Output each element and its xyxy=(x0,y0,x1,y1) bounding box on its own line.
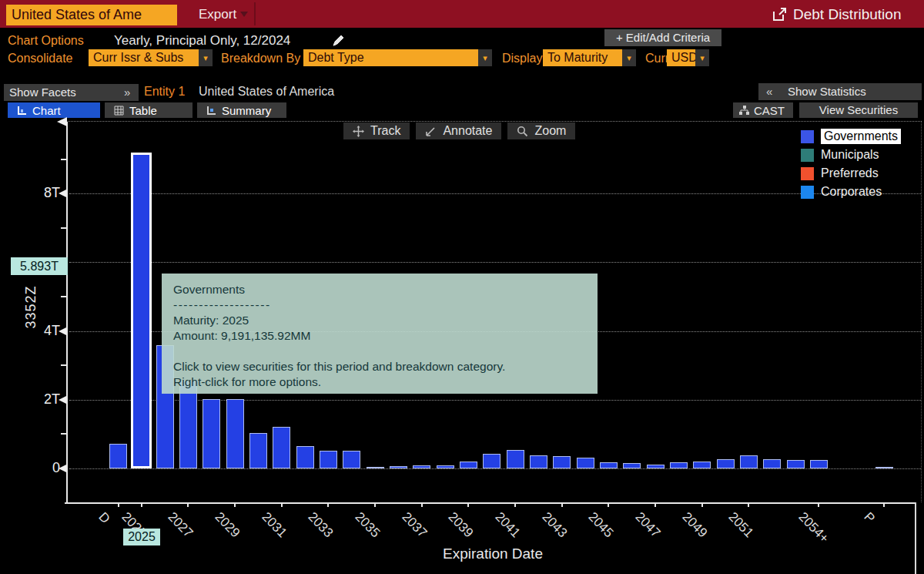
bar-2052[interactable] xyxy=(763,459,781,468)
bar-2039[interactable] xyxy=(460,462,477,468)
x-tick-2051 xyxy=(748,502,749,507)
x-tick-label-2041: 2041 xyxy=(492,509,524,541)
y-axis-id-label: 3352Z xyxy=(23,273,39,342)
x-tick-label-2051: 2051 xyxy=(725,509,757,541)
bar-2049[interactable] xyxy=(693,462,711,468)
y-tick-arrow-icon xyxy=(59,465,66,472)
bar-2054+[interactable] xyxy=(810,460,828,468)
bar-2042[interactable] xyxy=(530,455,547,468)
y-tick-label-2T: 2T xyxy=(29,391,60,408)
legend-item-municipals[interactable]: Municipals xyxy=(801,146,901,164)
x-tick-2047 xyxy=(654,502,656,507)
governments-swatch-icon xyxy=(801,130,814,143)
x-tick-label-2037: 2037 xyxy=(398,509,430,541)
legend-item-corporates[interactable]: Corporates xyxy=(801,183,901,201)
legend-label: Governments xyxy=(821,129,901,144)
bar-2028[interactable] xyxy=(203,399,220,468)
debt-distribution-screen: United States of Ame Export Debt Distrib… xyxy=(0,0,924,574)
bar-2032[interactable] xyxy=(296,446,314,468)
bar-2043[interactable] xyxy=(553,456,571,468)
legend-label: Municipals xyxy=(821,147,879,163)
bar-2040[interactable] xyxy=(483,454,500,468)
bar-2046[interactable] xyxy=(623,463,641,468)
bar-D[interactable] xyxy=(109,444,127,468)
bar-2030[interactable] xyxy=(249,433,267,468)
chart-tooltip: Governments ------------------- Maturity… xyxy=(162,274,598,394)
bar-2048[interactable] xyxy=(670,462,688,468)
bar-2053[interactable] xyxy=(787,460,805,468)
gridline-8T xyxy=(69,193,921,194)
x-tick-label-D: D xyxy=(95,509,112,527)
gridline-0T xyxy=(69,468,921,469)
legend-item-preferreds[interactable]: Preferreds xyxy=(801,164,901,183)
axis-right-end-line xyxy=(915,502,916,574)
y-minor-tick xyxy=(61,433,66,435)
tooltip-amount: Amount: 9,191,135.92MM xyxy=(173,328,586,344)
bar-2034[interactable] xyxy=(343,451,360,468)
x-tick-label-2049: 2049 xyxy=(678,509,710,541)
x-tick-2037 xyxy=(421,502,423,507)
bar-2027[interactable] xyxy=(179,381,197,468)
x-axis-line xyxy=(65,502,916,504)
tooltip-hint-2: Right-click for more options. xyxy=(173,374,586,390)
x-tick-label-2033: 2033 xyxy=(305,509,336,541)
tooltip-maturity: Maturity: 2025 xyxy=(173,313,586,328)
tracked-y-value-tag: 5.893T xyxy=(11,257,68,275)
municipals-swatch-icon xyxy=(801,149,814,162)
y-minor-tick xyxy=(61,227,66,229)
x-tick-label-2039: 2039 xyxy=(445,509,477,541)
x-tick-label-2043: 2043 xyxy=(538,509,570,541)
x-tick-label-2054+: 2054+ xyxy=(795,509,832,546)
x-tick-2043 xyxy=(561,502,563,507)
bar-2033[interactable] xyxy=(320,451,337,468)
x-tick-2027 xyxy=(187,502,189,507)
bar-2031[interactable] xyxy=(273,427,290,468)
y-tick-arrow-icon xyxy=(59,327,66,335)
tooltip-separator: ------------------- xyxy=(173,297,586,313)
bar-2029[interactable] xyxy=(226,399,244,468)
bar-2035[interactable] xyxy=(367,467,384,468)
axis-top-arrow-icon xyxy=(57,117,67,126)
bar-2047[interactable] xyxy=(647,465,665,468)
tooltip-series-title: Governments xyxy=(173,282,586,297)
x-tick-P xyxy=(883,502,885,507)
x-tick-label-P: P xyxy=(861,509,878,526)
gridline-6T xyxy=(69,262,921,263)
y-tick-label-8T: 8T xyxy=(29,185,60,201)
bar-2037[interactable] xyxy=(413,465,430,468)
tracked-x-value-tag: 2025 xyxy=(123,529,160,545)
legend-item-governments[interactable]: Governments xyxy=(801,127,901,146)
bar-2038[interactable] xyxy=(437,465,454,468)
preferreds-swatch-icon xyxy=(801,167,814,180)
bar-P[interactable] xyxy=(875,467,893,468)
x-tick-label-2027: 2027 xyxy=(165,509,196,541)
y-minor-tick xyxy=(61,159,66,160)
x-tick-2054+ xyxy=(818,502,819,507)
x-tick-2049 xyxy=(701,502,703,507)
y-tick-arrow-icon xyxy=(59,190,66,197)
legend-label: Corporates xyxy=(821,184,882,200)
bar-2050[interactable] xyxy=(717,459,735,468)
x-tick-2035 xyxy=(374,502,376,507)
x-tick-2031 xyxy=(281,502,283,507)
x-tick-label-2045: 2045 xyxy=(585,509,617,541)
x-tick-2033 xyxy=(327,502,329,507)
y-minor-tick xyxy=(61,364,66,366)
x-axis-title: Expiration Date xyxy=(339,545,647,562)
bar-2036[interactable] xyxy=(390,466,407,468)
x-tick-2029 xyxy=(234,502,236,507)
bar-2045[interactable] xyxy=(600,462,618,468)
x-tick-label-2029: 2029 xyxy=(212,509,243,541)
x-tick-2041 xyxy=(514,502,516,507)
bar-2025[interactable] xyxy=(131,153,152,468)
bar-2051[interactable] xyxy=(740,455,758,468)
bar-2041[interactable] xyxy=(507,450,524,468)
x-tick-label-2047: 2047 xyxy=(632,509,664,541)
bar-2044[interactable] xyxy=(577,458,594,468)
chart-legend: GovernmentsMunicipalsPreferredsCorporate… xyxy=(801,127,901,201)
y-axis-line xyxy=(66,122,68,502)
legend-label: Preferreds xyxy=(821,166,879,181)
x-tick-2045 xyxy=(608,502,609,507)
y-tick-arrow-icon xyxy=(59,396,66,404)
x-tick-2025 xyxy=(141,502,142,507)
